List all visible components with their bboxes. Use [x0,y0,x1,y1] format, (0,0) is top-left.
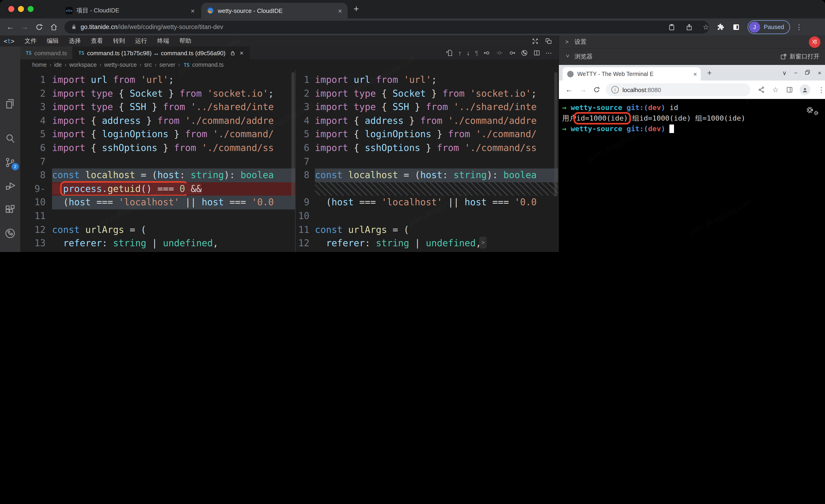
whitespace-icon[interactable]: ¶ [475,50,478,56]
terminal-line: → wetty-source git:(dev) █ [562,124,825,135]
search-icon[interactable] [4,133,16,145]
share-icon[interactable] [758,86,765,93]
browser-section-header[interactable]: > 浏览器 新窗口打开 [559,49,825,65]
settings-label: 设置 [575,38,587,46]
menu-item-编辑[interactable]: 编辑 [47,37,59,44]
editor-tab-command[interactable]: TS command.ts [20,47,73,59]
code-line: 6import { sshOptions } from './command/s… [296,141,558,155]
run-debug-icon[interactable] [4,180,16,192]
side-panel-icon[interactable] [732,23,740,31]
address-bar[interactable]: go.titanide.cn/ide/web/coding/wetty-sour… [64,20,709,33]
tab-search-chevron-icon[interactable]: ∨ [782,69,787,76]
reload-icon[interactable] [35,23,43,31]
embedded-address-bar[interactable]: i localhost:8080 [606,83,750,96]
new-tab-icon[interactable]: + [707,69,712,78]
open-new-window-button[interactable]: 新窗口打开 [780,53,820,61]
breadcrumb-item[interactable]: ide [54,62,62,68]
menu-item-运行[interactable]: 运行 [135,37,147,44]
terminal-line: → wetty-source git:(dev) id [562,103,825,113]
back-icon[interactable]: ← [565,86,573,94]
minimize-icon[interactable]: − [794,69,798,76]
code-line: 2import type { Socket } from 'socket.io'… [296,87,558,100]
menu-item-终端[interactable]: 终端 [157,37,169,44]
code-line: 3import type { SSH } from '../shared/int… [296,100,558,114]
restore-icon[interactable] [805,69,811,76]
right-panel: > 设置 邓 > 浏览器 新窗口打开 WeTTY - The Web Termi… [558,35,825,252]
code-line: 1import url from 'url'; [20,73,295,87]
menu-item-帮助[interactable]: 帮助 [179,37,191,44]
code-line: 1import url from 'url'; [296,73,558,87]
diff-editor[interactable]: 1import url from 'url';2import type { So… [20,70,558,252]
browser-menu-icon[interactable]: ⋮ [818,85,825,94]
info-icon[interactable]: i [611,86,619,93]
browser-tab-project[interactable]: <t> 项目 - CloudIDE × [60,3,200,18]
settings-section-header[interactable]: > 设置 邓 [559,35,825,49]
extensions-icon[interactable] [4,204,16,216]
profile-avatar-icon[interactable] [800,84,810,95]
menu-item-文件[interactable]: 文件 [25,37,36,44]
bookmark-star-icon[interactable]: ☆ [703,23,709,31]
code-line: 12 referer: string | undefined, [296,237,558,250]
code-line: 2import type { Socket } from 'socket.io'… [20,87,295,100]
next-change-icon[interactable]: ↓ [467,50,470,56]
open-changes-icon[interactable] [521,49,528,57]
open-file-icon[interactable] [446,49,453,57]
reload-icon[interactable] [593,86,600,93]
breadcrumb-item[interactable]: home [32,62,47,68]
change-dot-icon[interactable] [496,49,503,57]
wetty-terminal[interactable]: → wetty-source git:(dev) id用户id=1000(ide… [559,99,825,252]
profile-chip[interactable]: J Paused [748,20,790,34]
browser-menu-icon[interactable]: ⋮ [796,23,803,31]
terminal-line: 用户id=1000(ide) 组id=1000(ide) 组=1000(ide) [562,113,825,124]
revert-right-icon[interactable] [508,49,516,57]
bookmark-star-icon[interactable]: ☆ [772,86,778,94]
menu-item-查看[interactable]: 查看 [91,37,103,44]
layout-icon[interactable] [545,37,552,45]
back-icon[interactable]: ← [6,22,14,31]
menu-item-选择[interactable]: 选择 [69,37,81,44]
gear-icons[interactable] [806,106,819,115]
home-icon[interactable] [50,23,58,31]
new-tab-button[interactable]: + [354,4,359,14]
breadcrumb-item[interactable]: wetty-source [104,62,137,68]
forward-icon[interactable]: → [579,86,587,94]
breadcrumb-item[interactable]: workspace [69,62,97,68]
explorer-icon[interactable] [4,98,16,109]
editor-column: TS command.ts TS command.ts (17b75c98) ↔… [20,47,558,252]
side-panel-icon[interactable] [786,86,793,93]
more-actions-icon[interactable]: ⋯ [545,50,552,56]
traffic-zoom-button[interactable] [27,6,33,12]
chevron-down-icon: > [565,54,571,59]
source-control-icon[interactable]: 2 [4,157,16,168]
fullscreen-icon[interactable] [532,37,539,45]
embedded-tab[interactable]: WeTTY - The Web Terminal E × [562,67,701,81]
scrollbar[interactable] [291,72,295,196]
cloudide-favicon: <t> [65,7,73,14]
previous-change-icon[interactable]: ↑ [458,50,461,56]
code-line: 10 [296,209,558,223]
close-icon[interactable]: × [191,7,195,14]
close-icon[interactable]: × [338,7,342,14]
traffic-close-button[interactable] [8,6,14,12]
close-icon[interactable]: × [818,69,821,76]
extensions-puzzle-icon[interactable] [717,23,725,31]
browser-tab-wetty[interactable]: wetty-source - CloudIDE × [201,3,348,18]
share-icon[interactable] [685,23,693,30]
breadcrumb-item[interactable]: server [159,62,175,68]
split-editor-icon[interactable] [533,49,540,57]
clipboard-icon[interactable] [668,23,675,30]
traffic-minimize-button[interactable] [18,6,24,12]
close-icon[interactable]: × [240,49,243,57]
diff-toolbar: ↑ ↓ ¶ ⋯ [441,47,552,59]
forward-icon[interactable]: → [21,22,28,31]
close-icon[interactable]: × [693,70,697,78]
editor-tab-diff[interactable]: TS command.ts (17b75c98) ↔ command.ts (d… [73,47,249,59]
remote-explorer-icon[interactable] [4,227,16,239]
scrollbar[interactable] [554,72,557,196]
menu-item-转到[interactable]: 转到 [113,37,125,44]
revert-left-icon[interactable] [483,49,491,57]
user-avatar[interactable]: 邓 [809,36,820,48]
breadcrumb-item[interactable]: src [144,62,152,68]
breadcrumb[interactable]: home›ide›workspace›wetty-source›src›serv… [20,59,558,70]
sash-chevron-icon[interactable]: > [479,237,486,249]
